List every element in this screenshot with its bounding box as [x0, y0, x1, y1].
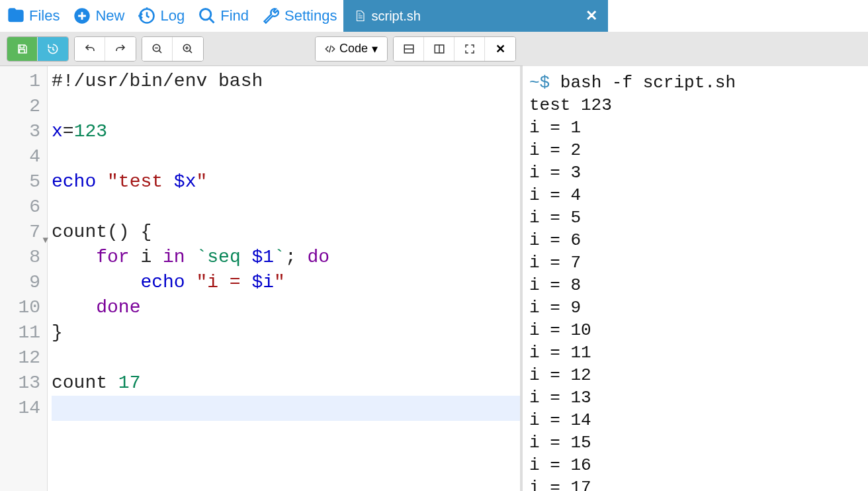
terminal-line: i = 9 [529, 296, 861, 319]
code-line[interactable] [52, 94, 520, 119]
terminal-line: ~$ bash -f script.sh [529, 71, 861, 94]
nav-log[interactable]: Log [131, 0, 191, 32]
prompt: ~$ [529, 73, 550, 93]
code-line[interactable] [52, 144, 520, 169]
terminal-line: i = 12 [529, 364, 861, 386]
split-vertical-icon [403, 43, 415, 55]
history-icon [138, 7, 156, 25]
terminal-line: test 123 [529, 94, 861, 116]
terminal-line: i = 1 [529, 116, 861, 139]
terminal-pane[interactable]: ~$ bash -f script.shtest 123i = 1i = 2i … [523, 66, 868, 491]
zoom-in-icon [182, 43, 194, 55]
split-horizontal-icon [433, 43, 445, 55]
line-number: 4 [0, 144, 47, 169]
code-mode-dropdown[interactable]: Code ▾ [316, 37, 387, 61]
close-panel-button[interactable]: ✕ [485, 37, 515, 61]
code-line[interactable] [52, 195, 520, 220]
code-line[interactable]: echo "test $x" [52, 169, 520, 195]
line-gutter: 1234567▼891011121314 [0, 66, 48, 491]
save-icon [17, 43, 28, 55]
tab-filename: script.sh [371, 9, 420, 24]
fullscreen-button[interactable] [455, 37, 485, 61]
code-editor[interactable]: #!/usr/bin/env bash x=123 echo "test $x"… [48, 66, 520, 491]
line-number: 13 [0, 371, 47, 396]
terminal-line: i = 14 [529, 409, 861, 431]
terminal-line: i = 15 [529, 431, 861, 454]
terminal-line: i = 16 [529, 454, 861, 476]
code-line[interactable]: #!/usr/bin/env bash [52, 69, 520, 94]
redo-button[interactable] [105, 37, 136, 61]
line-number: 9 [0, 270, 47, 295]
line-number: 8 [0, 245, 47, 270]
revert-button[interactable] [38, 37, 68, 61]
file-icon [354, 10, 366, 22]
nav-settings[interactable]: Settings [255, 0, 344, 32]
wrench-icon [262, 7, 281, 25]
line-number: 10 [0, 295, 47, 320]
file-tab[interactable]: script.sh ✕ [343, 0, 608, 32]
terminal-line: i = 13 [529, 386, 861, 409]
line-number: 12 [0, 345, 47, 371]
line-number: 6 [0, 195, 47, 220]
code-mode-label: Code [339, 42, 368, 56]
code-line[interactable]: x=123 [52, 119, 520, 144]
close-icon[interactable]: ✕ [586, 7, 597, 24]
terminal-line: i = 10 [529, 319, 861, 341]
split-vertical-button[interactable] [394, 37, 424, 61]
nav-files[interactable]: Files [0, 0, 66, 32]
line-number: 2 [0, 94, 47, 119]
undo-icon [84, 43, 96, 55]
code-line[interactable]: for i in `seq $1`; do [52, 245, 520, 270]
code-line[interactable]: } [52, 320, 520, 345]
editor-toolbar: Code ▾ ✕ [0, 32, 523, 66]
line-number: 5 [0, 169, 47, 195]
undo-button[interactable] [75, 37, 105, 61]
x-icon: ✕ [496, 42, 505, 56]
folder-icon [7, 7, 25, 25]
nav-settings-label: Settings [284, 7, 337, 24]
split-horizontal-button[interactable] [424, 37, 455, 61]
terminal-line: i = 8 [529, 274, 861, 296]
undo-history-icon [47, 43, 59, 55]
code-line[interactable] [52, 396, 520, 421]
line-number: 7▼ [0, 220, 47, 245]
zoom-in-button[interactable] [173, 37, 203, 61]
editor-pane: 1234567▼891011121314 #!/usr/bin/env bash… [0, 66, 523, 491]
code-line[interactable]: count 17 [52, 371, 520, 396]
line-number: 3 [0, 119, 47, 144]
code-line[interactable]: echo "i = $i" [52, 270, 520, 295]
terminal-line: i = 17 [529, 476, 861, 491]
code-icon [325, 44, 335, 54]
terminal-line: i = 11 [529, 341, 861, 364]
terminal-line: i = 6 [529, 229, 861, 251]
nav-find-label: Find [220, 7, 249, 24]
chevron-down-icon: ▾ [372, 42, 378, 56]
line-number: 11 [0, 320, 47, 345]
terminal-line: i = 3 [529, 161, 861, 184]
nav-new[interactable]: New [66, 0, 131, 32]
plus-circle-icon [73, 7, 91, 25]
fullscreen-icon [464, 43, 476, 55]
terminal-toolbar-area [523, 32, 868, 66]
nav-log-label: Log [160, 7, 185, 24]
nav-files-label: Files [29, 7, 60, 24]
zoom-out-icon [152, 43, 163, 55]
terminal-line: i = 2 [529, 139, 861, 161]
svg-point-1 [200, 9, 211, 20]
main-split: 1234567▼891011121314 #!/usr/bin/env bash… [0, 66, 868, 491]
save-button[interactable] [7, 37, 38, 61]
code-line[interactable]: count() { [52, 220, 520, 245]
terminal-line: i = 5 [529, 206, 861, 229]
nav-new-label: New [95, 7, 124, 24]
code-line[interactable] [52, 345, 520, 371]
line-number: 14 [0, 396, 47, 421]
terminal-line: i = 4 [529, 184, 861, 206]
zoom-out-button[interactable] [142, 37, 173, 61]
code-line[interactable]: done [52, 295, 520, 320]
redo-icon [114, 43, 126, 55]
top-navigation: Files New Log Find Settings script.sh ✕ [0, 0, 868, 32]
nav-find[interactable]: Find [191, 0, 255, 32]
search-icon [198, 7, 216, 25]
line-number: 1 [0, 69, 47, 94]
terminal-line: i = 7 [529, 251, 861, 274]
